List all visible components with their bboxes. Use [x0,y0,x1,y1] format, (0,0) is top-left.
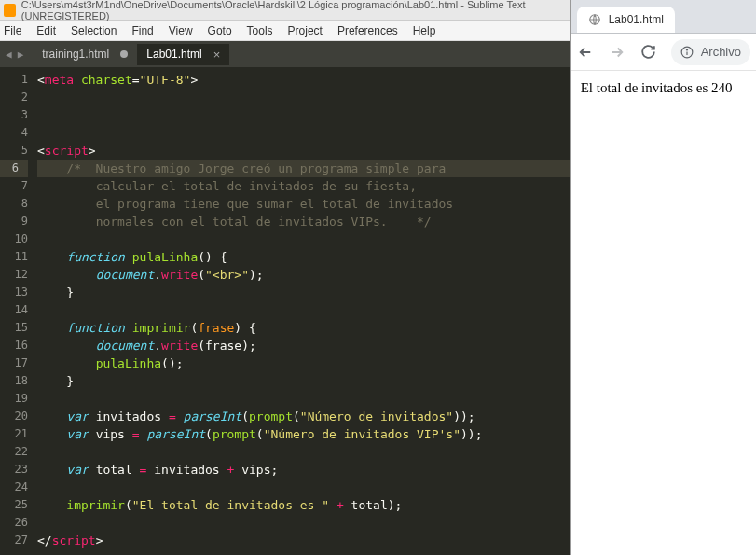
browser-tab[interactable]: Lab01.html [577,7,675,33]
code-line[interactable] [37,390,570,408]
browser-tab-title: Lab01.html [609,13,664,26]
menu-edit[interactable]: Edit [36,24,56,37]
reload-icon[interactable] [640,44,656,60]
line-number: 1 [0,71,28,89]
menu-project[interactable]: Project [288,24,323,37]
menu-help[interactable]: Help [413,24,436,37]
code-line[interactable]: <meta charset="UTF-8"> [37,71,570,89]
code-line[interactable]: document.write(frase); [37,337,570,354]
code-line[interactable]: function pulaLinha() { [37,248,570,266]
code-line[interactable]: imprimir("El total de invitados es " + t… [37,496,570,514]
output-text: El total de invitados es 240 [581,80,733,95]
code-line[interactable] [37,514,570,532]
menu-bar: FileEditSelectionFindViewGotoToolsProjec… [0,21,570,41]
code-line[interactable]: el programa tiene que sumar el total de … [37,195,570,213]
line-number: 13 [0,284,28,301]
code-line[interactable] [37,106,570,124]
close-tab-icon[interactable]: × [213,48,221,62]
code-line[interactable]: document.write("<br>"); [37,266,570,284]
code-line[interactable] [37,479,570,496]
code-line[interactable] [37,443,570,461]
line-number: 3 [0,106,28,124]
line-number: 21 [0,425,28,443]
line-number: 10 [0,230,28,248]
code-line[interactable] [37,89,570,106]
info-icon [680,46,694,59]
line-number: 26 [0,514,28,532]
tab-label: Lab01.html [146,48,201,61]
svg-point-3 [686,49,687,49]
menu-selection[interactable]: Selection [71,24,117,37]
menu-preferences[interactable]: Preferences [337,24,398,37]
line-number: 14 [0,301,28,319]
sublime-editor: C:\Users\m4st3rM1nd\OneDrive\Documents\O… [0,0,570,555]
url-bar[interactable]: Archivo [671,39,750,65]
line-number: 8 [0,195,28,213]
page-icon [588,13,601,26]
menu-view[interactable]: View [169,24,193,37]
code-line[interactable]: } [37,372,570,390]
line-number: 25 [0,496,28,514]
tab-bar: ◀ ▶ training1.htmlLab01.html× [0,41,570,67]
code-line[interactable]: } [37,284,570,301]
line-number: 2 [0,89,28,106]
line-gutter: 1234567891011121314151617181920212223242… [0,67,37,555]
code-area: 1234567891011121314151617181920212223242… [0,67,570,555]
line-number: 11 [0,248,28,266]
sublime-icon [4,4,16,17]
next-tab-icon[interactable]: ▶ [18,49,24,61]
code-line[interactable]: var vips = parseInt(prompt("Número de in… [37,425,570,443]
code-line[interactable]: calcular el total de invitados de su fie… [37,177,570,195]
line-number: 4 [0,124,28,142]
line-number: 20 [0,408,28,425]
code-line[interactable]: pulaLinha(); [37,354,570,372]
line-number: 15 [0,319,28,337]
line-number: 5 [0,142,28,160]
line-number: 23 [0,461,28,479]
file-tab[interactable]: training1.html [33,44,137,65]
line-number: 7 [0,177,28,195]
tab-label: training1.html [42,48,109,61]
window-titlebar: C:\Users\m4st3rM1nd\OneDrive\Documents\O… [0,0,570,21]
menu-tools[interactable]: Tools [247,24,273,37]
browser-toolbar: Archivo [571,34,756,71]
tab-nav: ◀ ▶ [6,49,23,61]
line-number: 22 [0,443,28,461]
line-number: 27 [0,532,28,549]
url-text: Archivo [701,45,741,59]
code-line[interactable]: var total = invitados + vips; [37,461,570,479]
prev-tab-icon[interactable]: ◀ [6,49,12,61]
modified-dot-icon [120,50,128,58]
line-number: 9 [0,213,28,230]
line-number: 24 [0,479,28,496]
line-number: 16 [0,337,28,354]
code-line[interactable] [37,124,570,142]
line-number: 19 [0,390,28,408]
code-line[interactable]: var invitados = parseInt(prompt("Número … [37,408,570,425]
forward-icon[interactable] [609,44,625,61]
back-icon[interactable] [577,44,594,61]
code-line[interactable]: function imprimir(frase) { [37,319,570,337]
code-line[interactable]: normales con el total de invitados VIPs.… [37,213,570,230]
file-tab[interactable]: Lab01.html× [137,44,229,65]
browser-content: El total de invitados es 240 [571,71,756,555]
code-line[interactable]: </script> [37,532,570,549]
browser-tab-bar: Lab01.html [571,0,756,34]
code-line[interactable]: <script> [37,142,570,160]
line-number: 12 [0,266,28,284]
code-line[interactable] [37,301,570,319]
menu-file[interactable]: File [4,24,21,37]
line-number: 17 [0,354,28,372]
code-line[interactable] [37,230,570,248]
line-number: 6 [0,160,28,177]
line-number: 18 [0,372,28,390]
code-content[interactable]: <meta charset="UTF-8"> <script> /* Nuest… [37,67,570,555]
chrome-browser: Lab01.html Archivo El total de invitados… [570,0,756,555]
menu-find[interactable]: Find [131,24,153,37]
code-line[interactable]: /* Nuestro amigo Jorge creó un programa … [37,160,570,177]
menu-goto[interactable]: Goto [208,24,232,37]
title-text: C:\Users\m4st3rM1nd\OneDrive\Documents\O… [21,0,567,21]
